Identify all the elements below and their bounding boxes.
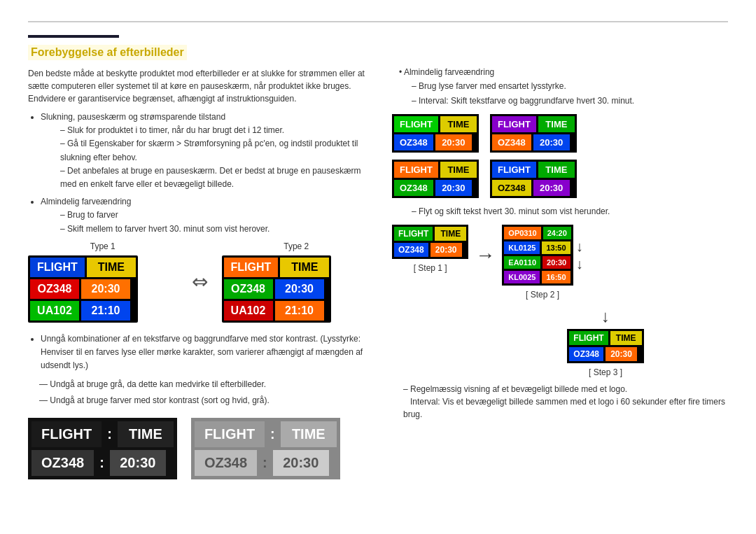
t1-flight-header: FLIGHT	[30, 258, 85, 277]
section-title: Forebyggelse af efterbilleder	[28, 45, 187, 60]
right-bullet1: Almindelig farveændring	[399, 67, 728, 77]
down-arrows: ↓ ↓	[576, 239, 583, 272]
bad-black-flight: FLIGHT	[31, 421, 102, 447]
bad-grey-time: TIME	[281, 421, 337, 447]
swap-arrow-icon: ⇔	[192, 270, 208, 293]
color-boards-row1: FLIGHT TIME OZ348 20:30 FLIGHT TIME OZ34…	[392, 114, 728, 153]
cb1-time: TIME	[440, 116, 477, 132]
cb3-2030: 20:30	[435, 180, 472, 196]
s3-flight: FLIGHT	[569, 331, 608, 345]
t1-ua102: UA102	[30, 301, 79, 321]
bottom-dash1b: Interval: Vis et bevægeligt billede samm…	[403, 397, 725, 419]
s2-kl2-code: KL0025	[504, 271, 540, 283]
s1-2030: 20:30	[430, 243, 462, 257]
right-dash1b: Interval: Skift tekstfarve og baggrundfa…	[412, 94, 728, 107]
type2-block: Type 2 FLIGHT TIME OZ348 20:30 UA102 21:…	[222, 241, 372, 323]
color-board-1: FLIGHT TIME OZ348 20:30	[392, 114, 479, 153]
bad-grey-2030: 20:30	[273, 450, 329, 476]
t1-2110: 21:10	[81, 301, 130, 321]
bad-board-grey: FLIGHT : TIME OZ348 : 20:30	[191, 418, 340, 479]
step2-label: [ Step 2 ]	[502, 290, 583, 300]
scroll-dash: Flyt og skift tekst hvert 30. minut som …	[412, 205, 728, 218]
dash-list-1: Sluk for produktet i to timer, når du ha…	[60, 124, 371, 191]
dash-list-2: Brug to farver Skift mellem to farver hv…	[60, 209, 371, 235]
cb1-flight: FLIGHT	[394, 116, 438, 132]
t2-flight-header: FLIGHT	[224, 258, 279, 277]
dash-item-2-2: Skift mellem to farver hvert 30. minut s…	[60, 223, 371, 236]
bad-grey-colon: :	[267, 421, 278, 447]
left-accent-bar	[28, 35, 119, 38]
s2-ea-code: EA0110	[504, 256, 540, 269]
cb2-flight: FLIGHT	[492, 116, 536, 132]
s2-kl-code: KL0125	[504, 241, 540, 254]
cb4-oz: OZ348	[492, 180, 531, 196]
bullet-item-2: Almindelig farveændring Brug to farver S…	[41, 195, 371, 236]
s2-ea-time: 20:30	[542, 256, 570, 269]
s3-2030: 20:30	[606, 347, 637, 361]
step2-board: OP0310 24:20 KL0125 13:50 EA0110 20:30	[502, 225, 573, 286]
s2-op-code: OP0310	[504, 227, 540, 239]
step1-board: FLIGHT TIME OZ348 20:30	[392, 225, 468, 259]
steps-row: FLIGHT TIME OZ348 20:30 [ Step 1 ] →	[392, 225, 728, 300]
dash-item-2-1: Brug to farver	[60, 209, 371, 222]
type2-board: FLIGHT TIME OZ348 20:30 UA102 21:10	[222, 255, 332, 323]
cb2-oz: OZ348	[492, 134, 531, 150]
color-board-2: FLIGHT TIME OZ348 20:30	[490, 114, 577, 153]
bad-black-colon: :	[104, 421, 115, 447]
bad-black-2030: 20:30	[110, 450, 166, 476]
color-board-3: FLIGHT TIME OZ348 20:30	[392, 160, 479, 198]
color-boards-row2: FLIGHT TIME OZ348 20:30 FLIGHT TIME OZ34…	[392, 160, 728, 198]
step1-label: [ Step 1 ]	[392, 263, 468, 273]
s1-oz: OZ348	[394, 243, 428, 257]
avoid-bullet-list: Unngå kombinationer af en tekstfarve og …	[41, 332, 371, 373]
type1-label: Type 1	[28, 241, 178, 251]
bad-board-black: FLIGHT : TIME OZ348 : 20:30	[28, 418, 177, 479]
arrow-down-2: ↓	[576, 256, 583, 272]
bad-examples: FLIGHT : TIME OZ348 : 20:30 FLIGHT : TIM…	[28, 418, 371, 479]
intro-text: Den bedste måde at beskytte produktet mo…	[28, 67, 371, 105]
cb3-flight: FLIGHT	[394, 162, 438, 178]
cb4-time: TIME	[538, 162, 575, 178]
main-layout: Den bedste måde at beskytte produktet mo…	[28, 67, 728, 486]
step2-block: OP0310 24:20 KL0125 13:50 EA0110 20:30	[502, 225, 583, 300]
step3-arrow-down: ↓	[483, 307, 728, 326]
bad-grey-flight: FLIGHT	[195, 421, 265, 447]
bad-black-oz: OZ348	[31, 450, 94, 476]
cb2-2030: 20:30	[533, 134, 570, 150]
s2-kl2-time: 16:50	[542, 271, 570, 283]
t1-time-header: TIME	[87, 258, 136, 277]
dash-item-1-2: Gå til Egenskaber for skærm > Strømforsy…	[60, 137, 371, 164]
cb3-oz: OZ348	[394, 180, 433, 196]
cb1-oz: OZ348	[394, 134, 433, 150]
dash-item-1-3: Det anbefales at bruge en pauseskærm. De…	[60, 164, 371, 191]
type1-block: Type 1 FLIGHT TIME OZ348 20:30 UA102 21:…	[28, 241, 178, 323]
color-board-4: FLIGHT TIME OZ348 20:30	[490, 160, 577, 198]
s2-op-time: 24:20	[543, 227, 571, 239]
step3-area: ↓ FLIGHT TIME OZ348 20:30 [ Step 3 ]	[483, 307, 728, 377]
bad-grey-colon2: :	[260, 450, 270, 476]
t1-oz348: OZ348	[30, 279, 79, 299]
step-arrow-right: →	[475, 244, 495, 267]
dash-contrast: Undgå at bruge farver med stor kontrast …	[39, 394, 371, 407]
cb3-time: TIME	[440, 162, 477, 178]
bad-black-colon2: :	[97, 450, 107, 476]
right-column: Almindelig farveændring Brug lyse farver…	[392, 67, 728, 486]
left-column: Den bedste måde at beskytte produktet mo…	[28, 67, 371, 486]
bad-black-time: TIME	[118, 421, 174, 447]
right-dash1: Brug lyse farver med ensartet lysstyrke.	[412, 80, 728, 92]
type1-board: FLIGHT TIME OZ348 20:30 UA102 21:10	[28, 255, 138, 323]
bullet-list: Slukning, pauseskærm og strømsparende ti…	[41, 111, 371, 236]
dash-grey: Undgå at bruge grå, da dette kan medvirk…	[39, 378, 371, 391]
bad-grey-oz: OZ348	[195, 450, 257, 476]
s3-time: TIME	[610, 331, 642, 345]
s3-oz: OZ348	[569, 347, 603, 361]
t2-time-header: TIME	[280, 258, 329, 277]
dash-item-1-1: Sluk for produktet i to timer, når du ha…	[60, 124, 371, 137]
avoid-text: Unngå kombinationer af en tekstfarve og …	[41, 332, 371, 373]
step1-block: FLIGHT TIME OZ348 20:30 [ Step 1 ]	[392, 225, 468, 273]
cb1-2030: 20:30	[435, 134, 472, 150]
type2-label: Type 2	[222, 241, 372, 251]
t2-ua102: UA102	[224, 301, 273, 321]
t1-2030: 20:30	[81, 279, 130, 299]
bullet-item-1: Slukning, pauseskærm og strømsparende ti…	[41, 111, 371, 191]
